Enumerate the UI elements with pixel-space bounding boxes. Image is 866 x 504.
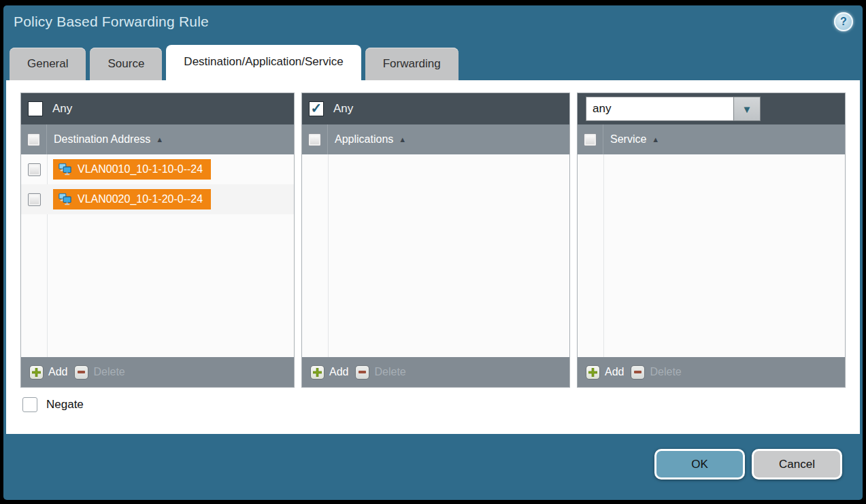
applications-footer: Add Delete (302, 357, 569, 387)
destination-footer: Add Delete (21, 357, 294, 387)
applications-any-checkbox[interactable]: ✓ (309, 101, 324, 116)
chevron-down-icon: ▼ (742, 103, 752, 115)
destination-select-all-checkbox[interactable] (27, 133, 40, 146)
table-row[interactable]: VLAN0010_10-1-10-0--24 (21, 154, 294, 184)
minus-icon (631, 365, 645, 380)
tab-bar: General Source Destination/Application/S… (10, 48, 459, 80)
destination-address-panel: ✓ Any Destination Address ▲ (20, 93, 295, 388)
tab-content: ✓ Any Destination Address ▲ (6, 80, 860, 434)
destination-column-header: Destination Address ▲ (21, 124, 294, 154)
tab-source[interactable]: Source (90, 48, 162, 80)
sort-asc-icon[interactable]: ▲ (399, 135, 406, 144)
sort-asc-icon[interactable]: ▲ (652, 135, 659, 144)
network-address-icon (56, 163, 73, 176)
service-panel: any ▼ Service ▲ Add (577, 93, 846, 388)
applications-any-bar: ✓ Any (302, 93, 569, 124)
tab-general[interactable]: General (10, 48, 86, 80)
applications-column-header: Applications ▲ (302, 124, 569, 154)
service-footer: Add Delete (578, 357, 845, 387)
ok-button[interactable]: OK (654, 449, 745, 480)
applications-list (302, 154, 569, 357)
plus-icon (29, 365, 44, 380)
plus-icon (586, 365, 600, 380)
applications-column-title: Applications (335, 133, 393, 146)
help-icon[interactable]: ? (834, 12, 853, 31)
row-checkbox[interactable] (28, 193, 41, 206)
pbf-rule-dialog: Policy Based Forwarding Rule ? General S… (3, 5, 863, 500)
row-checkbox[interactable] (28, 163, 41, 176)
sort-asc-icon[interactable]: ▲ (156, 135, 163, 144)
service-dropdown-bar: any ▼ (578, 93, 845, 124)
applications-delete-button[interactable]: Delete (355, 365, 405, 380)
address-object-name: VLAN0020_10-1-20-0--24 (78, 193, 203, 205)
address-object-name: VLAN0010_10-1-10-0--24 (78, 163, 203, 175)
service-dropdown: any ▼ (586, 97, 761, 121)
service-column-title: Service (610, 133, 646, 146)
destination-any-bar: ✓ Any (21, 93, 294, 124)
minus-icon (74, 365, 88, 380)
dialog-title: Policy Based Forwarding Rule (14, 14, 209, 30)
negate-option: Negate (22, 397, 84, 412)
address-object-chip[interactable]: VLAN0010_10-1-10-0--24 (53, 159, 211, 180)
destination-column-title: Destination Address (54, 133, 150, 146)
destination-delete-button[interactable]: Delete (74, 365, 124, 380)
negate-checkbox[interactable] (22, 397, 37, 412)
applications-any-label: Any (333, 102, 353, 116)
applications-select-all-checkbox[interactable] (308, 133, 321, 146)
minus-icon (355, 365, 369, 380)
service-dropdown-button[interactable]: ▼ (734, 97, 761, 121)
destination-any-checkbox[interactable]: ✓ (28, 101, 43, 116)
cancel-button[interactable]: Cancel (752, 449, 842, 480)
applications-add-button[interactable]: Add (310, 365, 348, 380)
table-row[interactable]: VLAN0020_10-1-20-0--24 (21, 184, 294, 214)
negate-label: Negate (46, 398, 84, 411)
destination-any-label: Any (52, 102, 72, 116)
tab-forwarding[interactable]: Forwarding (365, 48, 459, 80)
plus-icon (310, 365, 324, 380)
service-add-button[interactable]: Add (586, 365, 624, 380)
service-select-all-checkbox[interactable] (584, 133, 597, 146)
destination-list: VLAN0010_10-1-10-0--24 VLAN0020_10-1-20-… (21, 154, 294, 357)
address-object-chip[interactable]: VLAN0020_10-1-20-0--24 (53, 189, 211, 209)
tab-destination-application-service[interactable]: Destination/Application/Service (166, 45, 361, 80)
service-list (578, 154, 845, 357)
applications-panel: ✓ Any Applications ▲ Add (301, 93, 570, 388)
service-delete-button[interactable]: Delete (631, 365, 681, 380)
service-column-header: Service ▲ (578, 124, 845, 154)
destination-add-button[interactable]: Add (29, 365, 67, 380)
network-address-icon (56, 192, 73, 206)
service-dropdown-value[interactable]: any (586, 97, 734, 121)
